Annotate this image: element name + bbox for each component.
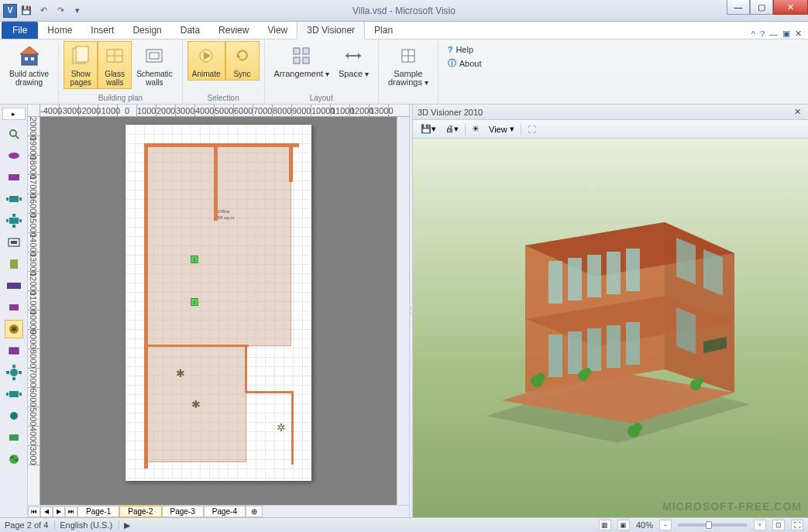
animate-button[interactable]: Animate — [187, 41, 225, 81]
3d-print-icon[interactable]: 🖨▾ — [442, 122, 462, 136]
3d-fullscreen-icon[interactable]: ⛶ — [524, 123, 539, 136]
3d-view-button[interactable]: View ▾ — [486, 122, 517, 136]
shape-stencil-12[interactable] — [5, 385, 23, 403]
window-minimize-icon[interactable]: — — [769, 29, 778, 39]
svg-rect-47 — [6, 371, 9, 374]
shape-stencil-7[interactable] — [5, 276, 23, 295]
page-tab-1[interactable]: Page-1 — [77, 506, 119, 517]
status-macro-icon[interactable]: ▶ — [124, 520, 130, 530]
shape-stencil-4[interactable] — [5, 211, 23, 230]
build-active-drawing-button[interactable]: Build active drawing — [5, 41, 53, 89]
zoom-slider[interactable] — [678, 523, 748, 527]
svg-rect-70 — [587, 328, 601, 371]
tab-design[interactable]: Design — [123, 22, 170, 39]
window-title: Villa.vsd - Microsoft Visio — [352, 5, 456, 16]
tab-home[interactable]: Home — [38, 22, 81, 39]
svg-point-55 — [11, 456, 14, 459]
page-prev-icon[interactable]: ◀ — [40, 506, 53, 517]
minimize-button[interactable]: — — [727, 0, 750, 15]
tab-data[interactable]: Data — [171, 22, 209, 39]
shape-stencil-1[interactable] — [5, 146, 23, 165]
deco-plant-1[interactable]: ✱ — [175, 368, 186, 379]
page-tab-2[interactable]: Page-2 — [119, 506, 161, 517]
page-next-icon[interactable]: ▶ — [53, 506, 65, 517]
shape-stencil-13[interactable] — [5, 407, 23, 425]
shape-stencil-3[interactable] — [5, 190, 23, 208]
drawing-page[interactable]: Office 55 sq.m I I ✱ ✱ ✲ — [125, 125, 311, 481]
fullscreen-icon[interactable]: ⛶ — [791, 520, 803, 530]
3d-viewport[interactable]: MICROSOFT-FREE.COM — [413, 139, 808, 517]
tab-3d-visioner[interactable]: 3D Visioner — [297, 21, 365, 39]
shape-stencil-14[interactable] — [5, 428, 23, 447]
schematic-walls-button[interactable]: Schematic walls — [132, 41, 177, 89]
shape-stencil-6[interactable] — [5, 255, 23, 273]
show-pages-button[interactable]: Show pages — [64, 41, 98, 89]
save-icon[interactable]: 💾 — [19, 3, 34, 19]
ribbon-group-build: Build active drawing — [0, 39, 59, 104]
view-normal-icon[interactable]: ▦ — [599, 520, 611, 530]
help-icon[interactable]: ? — [760, 29, 765, 39]
view-full-icon[interactable]: ▣ — [617, 520, 630, 530]
redo-icon[interactable]: ↷ — [53, 3, 68, 19]
page-nav: ⏮ ◀ ▶ ⏭ — [28, 506, 77, 517]
3d-save-icon[interactable]: 💾▾ — [418, 122, 439, 136]
about-button[interactable]: ⓘAbout — [445, 57, 485, 70]
svg-rect-34 — [12, 214, 15, 217]
page-tab-4[interactable]: Page-4 — [204, 506, 246, 517]
arrangement-button[interactable]: Arrangement ▾ — [270, 41, 334, 81]
svg-point-81 — [696, 377, 703, 385]
glass-walls-button[interactable]: Glass walls — [98, 41, 132, 89]
ribbon-group-building-plan: Show pages Glass walls Schematic walls B… — [59, 39, 183, 104]
shape-stencil-2[interactable] — [5, 168, 23, 187]
page-tabs-bar: ⏮ ◀ ▶ ⏭ Page-1 Page-2 Page-3 Page-4 ⊕ — [28, 505, 409, 517]
zoom-in-icon[interactable]: + — [754, 520, 766, 530]
tab-view[interactable]: View — [258, 22, 297, 39]
tab-review[interactable]: Review — [209, 22, 258, 39]
watermark: MICROSOFT-FREE.COM — [662, 500, 802, 513]
drawing-canvas[interactable]: Office 55 sq.m I I ✱ ✱ ✲ — [40, 117, 397, 505]
sync-button[interactable]: Sync — [225, 41, 260, 81]
shapes-expand-icon[interactable]: ▸ — [2, 108, 26, 120]
maximize-button[interactable]: ▢ — [750, 0, 773, 15]
page-tab-3[interactable]: Page-3 — [162, 506, 204, 517]
vertical-scrollbar[interactable] — [397, 117, 409, 505]
window-restore-icon[interactable]: ▣ — [782, 29, 790, 39]
svg-rect-49 — [9, 391, 19, 397]
tab-insert[interactable]: Insert — [81, 22, 123, 39]
ribbon-collapse-icon[interactable]: ^ — [751, 29, 755, 39]
page-last-icon[interactable]: ⏭ — [65, 506, 77, 517]
fit-page-icon[interactable]: ⊡ — [772, 520, 785, 530]
page-first-icon[interactable]: ⏮ — [28, 506, 40, 517]
marker-1[interactable]: I — [191, 256, 198, 263]
svg-rect-28 — [9, 196, 19, 202]
status-language[interactable]: English (U.S.) — [60, 520, 119, 530]
shape-search-icon[interactable] — [5, 125, 23, 143]
window-close-icon[interactable]: ✕ — [795, 29, 802, 39]
page-add-icon[interactable]: ⊕ — [246, 506, 263, 517]
help-button[interactable]: ?Help — [445, 44, 485, 55]
deco-plant-2[interactable]: ✱ — [191, 399, 201, 410]
deco-plant-3[interactable]: ✲ — [276, 422, 287, 433]
space-button[interactable]: Space ▾ — [334, 41, 373, 81]
zoom-value[interactable]: 40% — [636, 520, 653, 530]
3d-panel-header: 3D Visioner 2010 ✕ — [413, 105, 808, 120]
tab-plan[interactable]: Plan — [365, 22, 402, 39]
shape-stencil-9[interactable] — [5, 320, 23, 338]
sample-drawings-button[interactable]: Sample drawings ▾ — [383, 41, 433, 89]
close-button[interactable]: ✕ — [773, 0, 808, 15]
undo-icon[interactable]: ↶ — [36, 3, 51, 19]
app-icon[interactable]: V — [3, 4, 17, 18]
3d-light-icon[interactable]: ☀ — [469, 122, 483, 136]
shape-stencil-8[interactable] — [5, 298, 23, 317]
shape-stencil-5[interactable] — [5, 233, 23, 252]
shape-stencil-11[interactable] — [5, 363, 23, 382]
shape-stencil-10[interactable] — [5, 342, 23, 360]
help-q-icon: ? — [448, 45, 453, 54]
marker-2[interactable]: I — [191, 298, 198, 306]
qat-dropdown-icon[interactable]: ▾ — [70, 3, 85, 19]
shape-stencil-15[interactable] — [5, 450, 23, 469]
build-label: Build active drawing — [9, 70, 49, 87]
3d-panel-close-icon[interactable]: ✕ — [791, 107, 803, 117]
file-tab[interactable]: File — [2, 22, 38, 39]
zoom-out-icon[interactable]: − — [659, 520, 672, 530]
